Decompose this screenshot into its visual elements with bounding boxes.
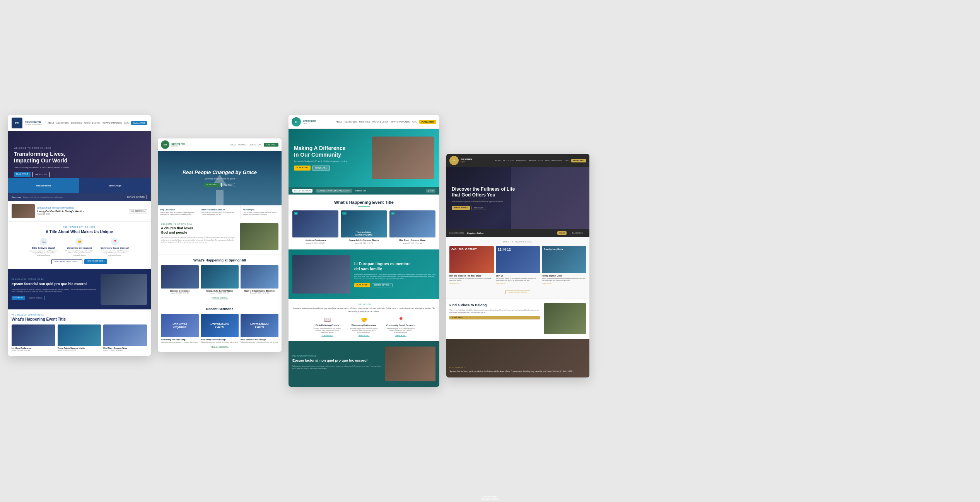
sj-happening-2-link[interactable]: READ MORE › bbox=[496, 282, 540, 284]
sh-nav-about[interactable]: ABOUT bbox=[230, 144, 236, 146]
nav-link-happening[interactable]: WHAT'S HAPPENING bbox=[102, 122, 121, 124]
sermon-tag: LIVING OUT OUR FAITH IN TODAY'S WORLD bbox=[37, 207, 126, 209]
sermon-title[interactable]: Living Out Our Faith in Today's World › bbox=[37, 210, 126, 213]
sj-nav-happening[interactable]: WHAT'S HAPPENING bbox=[545, 160, 563, 162]
nav-link-about[interactable]: ABOUT bbox=[48, 122, 54, 124]
sh-event-3-title: Back-to-School Family Bike Ride bbox=[241, 290, 278, 292]
about-button[interactable]: READ ABOUT OUR CHURCH › bbox=[51, 259, 82, 264]
ck-vision-2-desc: Vivamus suscipit tortor eget felis portt… bbox=[348, 327, 379, 333]
event-1-date: August 20, 2023 • 9:00 AM bbox=[12, 349, 55, 351]
sj-nav-about[interactable]: ABOUT bbox=[495, 160, 501, 162]
nav-plan-visit-button[interactable]: PLAN A VISIT bbox=[131, 121, 147, 125]
sj-plan-visit-button[interactable]: PLAN A VISIT bbox=[571, 159, 586, 162]
ck-nav-about[interactable]: ABOUT bbox=[336, 121, 342, 123]
dark-buttons: PLAN A VISIT BUTTON OPTION › bbox=[12, 296, 97, 300]
sojourn-logo-sub: EAST bbox=[461, 161, 472, 163]
sh-events-headline: What's Happening at Spring Hill bbox=[161, 258, 278, 262]
feature-1-icon: 📖 bbox=[40, 238, 48, 246]
sh-events-section: What's Happening at Spring Hill Limitles… bbox=[158, 254, 282, 303]
sj-view-more-button[interactable]: MORE EVENTS / NEWS › bbox=[505, 290, 531, 294]
feature-2-icon: 🤝 bbox=[75, 238, 83, 246]
involved-button[interactable]: HOW TO GET HERE › bbox=[84, 259, 107, 264]
nav-link-watch[interactable]: WATCH & LISTEN bbox=[84, 122, 100, 124]
ck-event-1-title: Limitless Conference bbox=[292, 239, 338, 241]
feature-1-desc: Vivamus suscipit tortor eget felis portt… bbox=[28, 250, 59, 256]
ck-vision-1-link[interactable]: LEARN MORE › bbox=[312, 335, 343, 336]
hero-plan-visit-button[interactable]: PLAN A VISIT bbox=[14, 172, 31, 177]
sj-happening-grid: FALL BIBLE STUDY Men and Women's Fall Bi… bbox=[449, 246, 586, 284]
ck-feature-buttons: PLAN A VISIT BUTTON OPTION › bbox=[354, 283, 435, 287]
nav-link-ministries[interactable]: MINISTRIES bbox=[71, 122, 82, 124]
ck-sermon-play-button[interactable]: ▶ PLAY bbox=[426, 189, 435, 193]
ck-sermon-tab-connect[interactable]: CONNECT WITH LIBRA AND DIANA: bbox=[316, 189, 352, 193]
sh-sermon-1-title: What Story Are You Living? bbox=[161, 338, 199, 341]
sj-sunday-btn[interactable]: SUNDAY SERVICE bbox=[452, 206, 470, 210]
sh-view-all-events[interactable]: VIEW ALL EVENTS › bbox=[161, 297, 278, 299]
ck-nav-next[interactable]: NEXT STEPS bbox=[345, 121, 357, 123]
ck-watch-btn[interactable]: WATCH LIVE › bbox=[312, 166, 330, 171]
sj-nav-next[interactable]: NEXT STEPS bbox=[503, 160, 514, 162]
sh-next-steps-btn[interactable]: Next Steps bbox=[221, 183, 235, 187]
explore-sermons-button[interactable]: EXPLORE SERMONS bbox=[125, 195, 147, 199]
feature-3-icon: 📍 bbox=[111, 238, 119, 246]
sh-nav-give[interactable]: GIVE bbox=[258, 144, 262, 146]
sj-belong-btn[interactable]: PLAN A VISIT › bbox=[449, 316, 540, 319]
spring-hill-nav-links: ABOUT CONNECT EVENTS GIVE PLAN A VISIT bbox=[230, 143, 278, 147]
sh-nav-connect[interactable]: CONNECT bbox=[238, 144, 247, 146]
hero-watch-button[interactable]: WATCH LIVE bbox=[32, 172, 50, 177]
info-2: Back-to-School Schedule Don't miss our u… bbox=[199, 205, 241, 219]
sh-event-3-date: August 27, 2023 • 10:00 AM bbox=[241, 292, 278, 294]
strip-groups[interactable]: Small Groups bbox=[79, 178, 151, 193]
spring-hill-logo-text: Spring Hill bbox=[171, 142, 185, 145]
sh-nav-events[interactable]: EVENTS bbox=[249, 144, 256, 146]
ck-event-1-img: 06 bbox=[292, 210, 338, 237]
nav-link-next[interactable]: NEXT STEPS bbox=[56, 122, 68, 124]
ck-vision-3-title: Community Based Outreach bbox=[385, 324, 416, 326]
sojourn-logo-box: S bbox=[449, 156, 459, 165]
ck-nav-give[interactable]: GIVE bbox=[412, 121, 417, 123]
info-3: Need Prayer? Don't hesitate to ask for p… bbox=[241, 205, 282, 219]
sj-happening-1: FALL BIBLE STUDY Men and Women's Fall Bi… bbox=[449, 246, 494, 284]
all-sermons-button[interactable]: ALL SERMONS › bbox=[129, 209, 147, 213]
ck-event-2-img: 12 Young AdultsSummer Nights bbox=[341, 210, 387, 237]
ck-vision-pre-header: OUR VISION bbox=[292, 304, 435, 306]
hero-headline: Transforming Lives, Impacting Our World bbox=[14, 151, 69, 164]
ck-vision-2-link[interactable]: LEARN MORE › bbox=[348, 335, 379, 336]
ck-nav-watch[interactable]: WATCH & LISTEN bbox=[372, 121, 388, 123]
sh-plan-visit-btn[interactable]: PLAN A VISIT bbox=[204, 183, 220, 187]
sh-plan-visit-button[interactable]: PLAN A VISIT bbox=[264, 143, 278, 147]
sh-event-2-date: August 24, 2023 • 7:00 PM bbox=[201, 292, 239, 294]
sj-happening-1-overlay: FALL BIBLE STUDY bbox=[449, 246, 494, 253]
sj-nav-give[interactable]: GIVE bbox=[565, 160, 569, 162]
nav-link-give[interactable]: GIVE bbox=[124, 122, 129, 124]
ck-feature-btn2[interactable]: BUTTON OPTION › bbox=[372, 283, 393, 287]
ck-vision-3-link[interactable]: LEARN MORE › bbox=[385, 335, 416, 336]
ck-nav-happening[interactable]: WHAT'S HAPPENING bbox=[391, 121, 410, 123]
sj-happening-3-link[interactable]: READ MORE › bbox=[542, 282, 586, 284]
ck-event-3-date: August 27, 2023 • 10:00 AM bbox=[389, 242, 435, 244]
dark-btn1[interactable]: PLAN A VISIT bbox=[12, 296, 25, 300]
sj-happening-1-link[interactable]: READ MORE › bbox=[449, 282, 494, 284]
strip-believe[interactable]: What We Believe bbox=[8, 178, 79, 193]
ck-plan-visit-btn[interactable]: PLAN A VISIT bbox=[294, 166, 311, 171]
ck-sermon-tab-latest[interactable]: LATEST SERMON bbox=[292, 189, 312, 193]
ck-event-3-badge: 27 bbox=[391, 212, 395, 215]
sermon-info: LIVING OUT OUR FAITH IN TODAY'S WORLD Li… bbox=[37, 207, 126, 215]
info-1-label: Stay Connected bbox=[160, 208, 196, 211]
sj-nav-ministries[interactable]: MINISTRIES bbox=[516, 160, 526, 162]
sj-watch-btn[interactable]: WATCH LIVE bbox=[471, 206, 486, 210]
sh-sermon-1-overlay: UnhurriedRhythms bbox=[172, 323, 187, 329]
dark-btn2[interactable]: BUTTON OPTION › bbox=[27, 296, 45, 300]
ck-plan-visit-button[interactable]: PLAN A VISIT bbox=[419, 120, 436, 124]
sh-view-all-sermons[interactable]: VIEW ALL SERMONS › bbox=[161, 346, 278, 348]
sh-sermon-1-desc: Nulla porttitor accumsan tincidunt. Lore… bbox=[161, 341, 199, 343]
sj-nav-watch[interactable]: WATCH & LISTEN bbox=[529, 160, 543, 162]
sj-sermon-watch-btn[interactable]: WATCH bbox=[557, 231, 567, 235]
ck-feature-headline: Li Europan lingues es membre del sam fam… bbox=[354, 261, 435, 271]
hero-bottom-strip: What We Believe Small Groups bbox=[8, 178, 151, 193]
feature-2: 🤝 Welcoming Environment Vivamus suscipit… bbox=[64, 238, 95, 256]
ck-feature-btn1[interactable]: PLAN A VISIT bbox=[354, 283, 370, 287]
sj-happening-2: 12 IN 12 12 in 12 Join us for our Octobe… bbox=[496, 246, 540, 284]
ck-nav-ministries[interactable]: MINISTRIES bbox=[359, 121, 370, 123]
sj-all-sermons-btn[interactable]: ALL SERMONS › bbox=[570, 231, 586, 235]
